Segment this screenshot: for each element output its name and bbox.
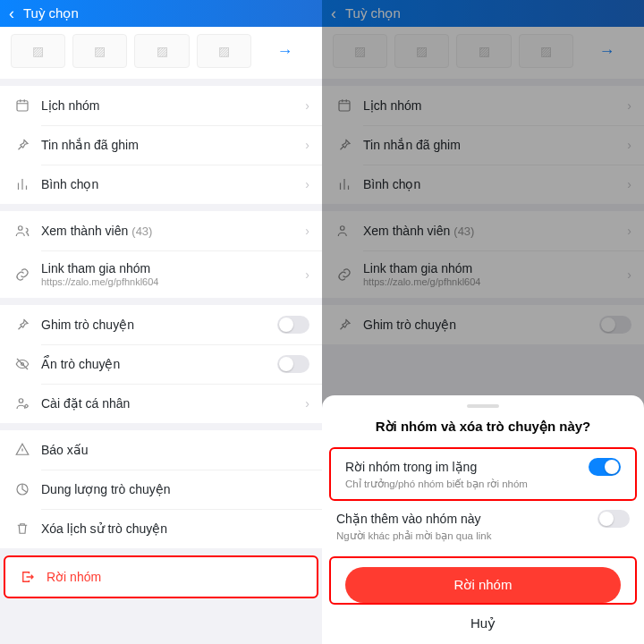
row-label: Xem thành viên(43) <box>41 224 305 238</box>
calendar-icon <box>13 97 32 114</box>
trash-icon <box>13 521 32 537</box>
row-members[interactable]: Xem thành viên(43) › <box>0 211 322 250</box>
row-pin-chat[interactable]: Ghim trò chuyện <box>0 305 322 344</box>
row-storage[interactable]: Dung lượng trò chuyện <box>0 470 322 509</box>
row-sublabel: https://zalo.me/g/pfhnkl604 <box>41 276 305 287</box>
row-label: Ẩn trò chuyện <box>41 357 277 371</box>
svg-point-4 <box>25 405 28 408</box>
option-block-readd[interactable]: Chặn thêm vào nhóm này Người khác phải m… <box>322 501 644 551</box>
row-clear[interactable]: Xóa lịch sử trò chuyện <box>0 509 322 548</box>
row-pinned: Tin nhắn đã ghim› <box>322 125 644 165</box>
option-label: Chặn thêm vào nhóm này <box>336 512 481 526</box>
svg-rect-6 <box>339 101 350 111</box>
toggle-pin-chat[interactable] <box>277 316 309 334</box>
settings-screen-left: ‹ Tuỳ chọn ▨ ▨ ▨ ▨ → Lịch nhóm › Tin nhắ… <box>0 0 322 644</box>
thumb-placeholder: ▨ <box>333 34 387 68</box>
thumb-placeholder[interactable]: ▨ <box>134 34 189 68</box>
thumb-placeholder[interactable]: ▨ <box>197 34 251 68</box>
row-hide-chat[interactable]: Ẩn trò chuyện <box>0 344 322 384</box>
row-label: Tin nhắn đã ghim <box>41 138 305 152</box>
header-title: Tuỳ chọn <box>345 5 401 21</box>
thumb-placeholder[interactable]: ▨ <box>72 34 127 68</box>
members-icon <box>13 223 32 239</box>
leave-confirm-sheet: Rời nhóm và xóa trò chuyện này? Rời nhóm… <box>322 395 644 644</box>
cancel-button[interactable]: Huỷ <box>322 615 644 631</box>
media-thumbs: ▨ ▨ ▨ ▨ → <box>0 27 322 79</box>
header: ‹ Tuỳ chọn <box>322 0 644 27</box>
confirm-leave-button[interactable]: Rời nhóm <box>345 567 621 603</box>
chevron-right-icon: › <box>305 224 309 238</box>
user-settings-icon <box>13 395 32 411</box>
row-label: Báo xấu <box>41 443 309 457</box>
row-members: Xem thành viên(43)› <box>322 211 644 250</box>
settings-screen-right: ‹ Tuỳ chọn ▨ ▨ ▨ ▨ → Lịch nhóm› Tin nhắn… <box>322 0 644 644</box>
row-pinned[interactable]: Tin nhắn đã ghim › <box>0 125 322 165</box>
thumb-more-arrow: → <box>580 34 633 68</box>
pin-icon <box>335 317 354 333</box>
toggle-hide-chat[interactable] <box>277 355 309 373</box>
back-icon[interactable]: ‹ <box>331 4 336 23</box>
row-report[interactable]: Báo xấu <box>0 430 322 470</box>
thumb-placeholder: ▨ <box>394 34 449 68</box>
members-icon <box>335 223 354 239</box>
header: ‹ Tuỳ chọn <box>0 0 322 27</box>
poll-icon <box>335 176 354 192</box>
pin-icon <box>13 317 32 333</box>
eye-off-icon <box>13 356 32 372</box>
row-label: Rời nhóm <box>47 570 304 584</box>
row-leave-group[interactable]: Rời nhóm <box>5 557 317 597</box>
pin-icon <box>335 137 354 153</box>
row-poll: Bình chọn› <box>322 165 644 204</box>
row-link: Link tham gia nhómhttps://zalo.me/g/pfhn… <box>322 250 644 298</box>
header-title: Tuỳ chọn <box>23 5 79 21</box>
warning-icon <box>13 442 32 458</box>
row-label: Bình chọn <box>41 177 305 191</box>
media-thumbs: ▨ ▨ ▨ ▨ → <box>322 27 644 79</box>
thumb-more-arrow[interactable]: → <box>258 34 311 68</box>
thumb-placeholder[interactable]: ▨ <box>11 34 65 68</box>
row-label: Lịch nhóm <box>41 98 305 113</box>
chevron-right-icon: › <box>305 396 309 411</box>
toggle-block-readd[interactable] <box>597 510 630 528</box>
row-label: Ghim trò chuyện <box>41 318 277 332</box>
toggle-leave-silently[interactable] <box>589 458 621 476</box>
sheet-title: Rời nhóm và xóa trò chuyện này? <box>322 419 644 435</box>
chevron-right-icon: › <box>305 98 309 113</box>
svg-point-1 <box>19 226 23 231</box>
row-label: Link tham gia nhóm <box>41 261 305 275</box>
option-sublabel: Người khác phải mời bạn qua link <box>336 530 630 542</box>
svg-point-3 <box>19 399 23 403</box>
row-label: Dung lượng trò chuyện <box>41 482 309 496</box>
pin-icon <box>13 137 32 153</box>
row-pin-chat: Ghim trò chuyện <box>322 305 644 344</box>
row-poll[interactable]: Bình chọn › <box>0 165 322 204</box>
row-label: Xóa lịch sử trò chuyện <box>41 521 309 536</box>
row-calendar: Lịch nhóm› <box>322 86 644 125</box>
toggle-pin-chat <box>599 316 631 334</box>
row-label: Cài đặt cá nhân <box>41 396 305 411</box>
chevron-right-icon: › <box>305 138 309 152</box>
svg-rect-0 <box>17 101 28 111</box>
option-label: Rời nhóm trong im lặng <box>345 460 477 474</box>
option-leave-silently[interactable]: Rời nhóm trong im lặng Chỉ trưởng/phó nh… <box>331 449 635 499</box>
svg-point-7 <box>341 226 345 231</box>
leave-icon <box>18 569 38 585</box>
chevron-right-icon: › <box>305 177 309 191</box>
row-link[interactable]: Link tham gia nhómhttps://zalo.me/g/pfhn… <box>0 250 322 298</box>
chevron-right-icon: › <box>305 267 309 282</box>
back-icon[interactable]: ‹ <box>9 4 14 23</box>
calendar-icon <box>335 97 354 114</box>
option-sublabel: Chỉ trưởng/phó nhóm biết bạn rời nhóm <box>345 478 621 490</box>
thumb-placeholder: ▨ <box>456 34 511 68</box>
sheet-grabber[interactable] <box>467 404 499 408</box>
link-icon <box>335 267 354 283</box>
poll-icon <box>13 176 32 192</box>
thumb-placeholder: ▨ <box>519 34 573 68</box>
link-icon <box>13 267 32 283</box>
row-personal[interactable]: Cài đặt cá nhân › <box>0 384 322 423</box>
row-calendar[interactable]: Lịch nhóm › <box>0 86 322 125</box>
pie-icon <box>13 481 32 497</box>
